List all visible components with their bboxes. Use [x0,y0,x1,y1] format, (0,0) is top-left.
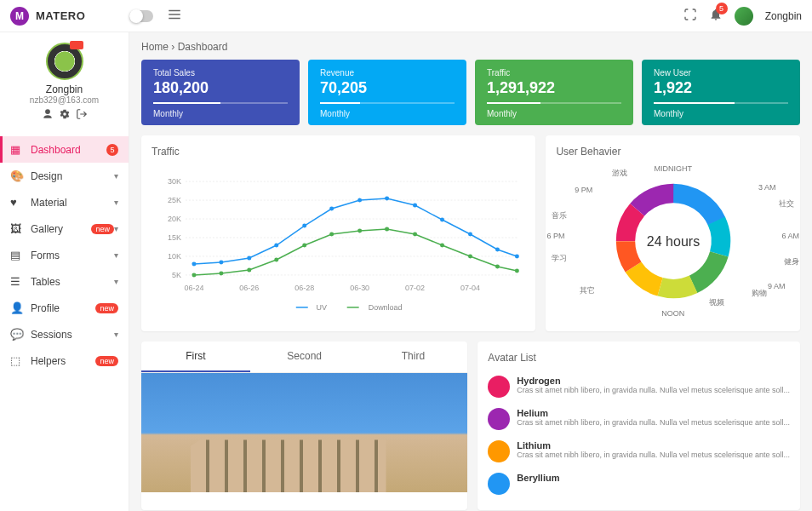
svg-point-33 [515,254,519,258]
form-icon: ▤ [10,249,24,261]
notification-icon[interactable]: 5 [709,8,723,25]
breadcrumb: Home › Dashboard [141,41,800,53]
logout-icon[interactable] [76,108,88,123]
tabs: First Second Third [141,342,467,373]
helper-icon: ⬚ [10,354,24,367]
heart-icon: ♥ [10,196,24,209]
nav-helpers[interactable]: ⬚ Helpers new [0,347,129,374]
svg-text:06-24: 06-24 [184,284,203,292]
list-item[interactable]: Beryllium [488,468,790,500]
chevron-down-icon: ▾ [114,224,118,233]
profile-section: Zongbin nzb329@163.com [0,32,129,129]
svg-text:5K: 5K [172,271,181,279]
tab-second[interactable]: Second [250,342,359,372]
logo-text: MATERO [36,9,85,22]
svg-point-44 [468,254,472,258]
progress-bar [153,102,288,104]
top-header: M MATERO 5 Zongbin [0,0,812,32]
svg-text:07-04: 07-04 [460,284,480,292]
traffic-line-chart: 30K25K20K 15K10K5K 06-2406-2606-28 06-30… [152,164,525,318]
svg-point-30 [440,218,444,222]
tab-first[interactable]: First [141,342,250,372]
svg-point-36 [247,267,251,272]
main-content: Home › Dashboard Total Sales 180,200 Mon… [129,32,812,511]
traffic-chart-card: Traffic 30K25K20K 15K10K5K 06-2406-2606-… [141,135,535,331]
svg-text:06-30: 06-30 [350,284,369,292]
list-item[interactable]: HydrogenCras sit amet nibh libero, in gr… [488,370,790,403]
list-item[interactable]: LithiumCras sit amet nibh libero, in gra… [488,435,790,468]
nav-forms[interactable]: ▤ Forms ▾ [0,242,129,268]
stat-new-user: New User 1,922 Monthly [642,60,800,125]
avatar-icon [488,473,510,495]
chevron-down-icon: ▾ [114,330,118,339]
svg-point-26 [329,207,334,211]
nav-gallery[interactable]: 🖼 Gallery new ▾ [0,215,129,242]
svg-point-43 [440,243,444,247]
svg-point-25 [302,224,306,228]
avatar-list-card: Avatar List HydrogenCras sit amet nibh l… [477,342,800,510]
table-icon: ☰ [10,275,24,288]
svg-point-37 [274,257,278,261]
fullscreen-icon[interactable] [683,8,697,25]
stat-traffic: Traffic 1,291,922 Monthly [475,60,633,125]
svg-point-23 [247,256,251,260]
svg-point-21 [192,261,196,266]
menu-toggle-icon[interactable] [167,7,182,26]
chevron-down-icon: ▾ [114,171,118,181]
svg-text:24 hours: 24 hours [647,234,700,249]
profile-name: Zongbin [0,83,129,95]
avatar-icon [488,440,510,462]
user-behavior-card: User Behavier 24 hours MIDNIGHT 3 [546,135,800,331]
breadcrumb-home[interactable]: Home [141,41,169,53]
progress-bar [320,102,455,104]
nav-tables[interactable]: ☰ Tables ▾ [0,268,129,295]
svg-point-27 [357,198,362,203]
list-item[interactable]: HeliumCras sit amet nibh libero, in grav… [488,403,790,435]
profile-avatar-icon[interactable] [46,43,83,80]
svg-point-29 [413,204,417,208]
nav-dashboard[interactable]: ▦ Dashboard 5 [0,136,129,163]
tab-third[interactable]: Third [359,342,468,372]
chevron-down-icon: ▾ [114,198,118,207]
svg-point-22 [219,260,223,264]
chat-icon: 💬 [10,328,24,341]
svg-text:UV: UV [316,303,326,312]
account-icon[interactable] [42,108,54,123]
svg-point-35 [219,271,223,275]
svg-text:30K: 30K [168,177,181,186]
svg-text:Download: Download [369,303,403,312]
nav-menu: ▦ Dashboard 5 🎨 Design ▾ ♥ Material ▾ 🖼 … [0,136,129,374]
logo[interactable]: M MATERO [10,7,129,26]
user-avatar-icon[interactable] [735,7,753,26]
nav-profile[interactable]: 👤 Profile new [0,295,129,321]
stat-total-sales: Total Sales 180,200 Monthly [141,60,300,125]
settings-icon[interactable] [59,108,71,123]
nav-material[interactable]: ♥ Material ▾ [0,189,129,215]
chevron-down-icon: ▾ [114,277,118,286]
notification-badge: 5 [716,3,728,14]
svg-text:15K: 15K [168,233,181,242]
palette-icon: 🎨 [10,169,24,182]
chevron-down-icon: ▾ [114,250,118,260]
username[interactable]: Zongbin [765,10,802,22]
svg-point-45 [495,264,500,268]
svg-point-31 [468,233,472,237]
svg-text:06-28: 06-28 [294,284,314,292]
avatar-icon [488,408,510,430]
sidebar: Zongbin nzb329@163.com ▦ Dashboard 5 [0,32,129,511]
theme-toggle[interactable] [129,10,153,22]
svg-point-38 [302,243,306,247]
progress-bar [487,102,621,104]
svg-point-28 [385,197,389,201]
svg-text:20K: 20K [168,215,181,223]
behavior-donut-chart: 24 hours MIDNIGHT 3 AM 社交 6 AM 健身 9 AM 购… [556,164,790,318]
svg-point-46 [515,268,519,273]
nav-design[interactable]: 🎨 Design ▾ [0,163,129,189]
svg-text:10K: 10K [168,252,181,261]
nav-sessions[interactable]: 💬 Sessions ▾ [0,321,129,347]
chevron-right-icon: › [171,41,177,53]
svg-point-34 [192,273,196,277]
svg-text:25K: 25K [168,196,181,204]
stats-row: Total Sales 180,200 Monthly Revenue 70,2… [141,60,800,125]
stat-revenue: Revenue 70,205 Monthly [308,60,466,125]
